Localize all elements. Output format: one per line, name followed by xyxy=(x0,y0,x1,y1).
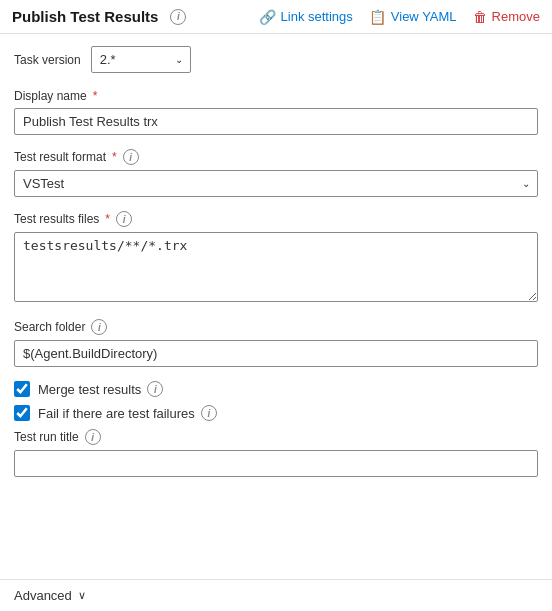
fail-if-test-failures-row: Fail if there are test failures i xyxy=(14,405,538,421)
test-run-title-input[interactable] xyxy=(14,450,538,477)
link-settings-button[interactable]: 🔗 Link settings xyxy=(259,9,353,25)
search-folder-input[interactable] xyxy=(14,340,538,367)
remove-label: Remove xyxy=(492,9,540,24)
test-result-format-label: Test result format * i xyxy=(14,149,538,165)
view-yaml-button[interactable]: 📋 View YAML xyxy=(369,9,457,25)
test-result-format-group: Test result format * i VSTest JUnit NUni… xyxy=(14,149,538,197)
content-area: Task version 2.* 1.* ⌄ Display name * Te… xyxy=(0,34,552,503)
fail-if-test-failures-label[interactable]: Fail if there are test failures i xyxy=(38,405,217,421)
task-version-select-wrapper: 2.* 1.* ⌄ xyxy=(91,46,191,73)
header-info-icon[interactable]: i xyxy=(170,9,186,25)
test-results-files-label: Test results files * i xyxy=(14,211,538,227)
header-actions: 🔗 Link settings 📋 View YAML 🗑 Remove xyxy=(259,9,540,25)
test-result-format-required: * xyxy=(112,150,117,164)
page-wrapper: Publish Test Results i 🔗 Link settings 📋… xyxy=(0,0,552,611)
test-result-format-select-wrapper: VSTest JUnit NUnit XUnit CTest ⌄ xyxy=(14,170,538,197)
test-results-files-group: Test results files * i testsresults/**/*… xyxy=(14,211,538,305)
search-folder-label: Search folder i xyxy=(14,319,538,335)
task-version-row: Task version 2.* 1.* ⌄ xyxy=(14,46,538,73)
search-folder-info-icon[interactable]: i xyxy=(91,319,107,335)
view-yaml-label: View YAML xyxy=(391,9,457,24)
search-folder-group: Search folder i xyxy=(14,319,538,367)
display-name-required: * xyxy=(93,89,98,103)
advanced-section[interactable]: Advanced ∨ xyxy=(0,579,552,611)
merge-test-results-row: Merge test results i xyxy=(14,381,538,397)
fail-if-test-failures-checkbox[interactable] xyxy=(14,405,30,421)
test-results-files-info-icon[interactable]: i xyxy=(116,211,132,227)
advanced-chevron-icon: ∨ xyxy=(78,589,86,602)
task-version-select[interactable]: 2.* 1.* xyxy=(91,46,191,73)
display-name-group: Display name * xyxy=(14,89,538,135)
view-yaml-icon: 📋 xyxy=(369,9,386,25)
merge-test-results-info-icon[interactable]: i xyxy=(147,381,163,397)
test-run-title-group: Test run title i xyxy=(14,429,538,477)
link-settings-icon: 🔗 xyxy=(259,9,276,25)
link-settings-label: Link settings xyxy=(281,9,353,24)
page-title: Publish Test Results xyxy=(12,8,158,25)
test-result-format-select[interactable]: VSTest JUnit NUnit XUnit CTest xyxy=(14,170,538,197)
test-results-files-textarea[interactable]: testsresults/**/*.trx xyxy=(14,232,538,302)
merge-test-results-label[interactable]: Merge test results i xyxy=(38,381,163,397)
test-result-format-info-icon[interactable]: i xyxy=(123,149,139,165)
header: Publish Test Results i 🔗 Link settings 📋… xyxy=(0,0,552,34)
task-version-label: Task version xyxy=(14,53,81,67)
test-run-title-info-icon[interactable]: i xyxy=(85,429,101,445)
test-results-files-required: * xyxy=(105,212,110,226)
display-name-input[interactable] xyxy=(14,108,538,135)
display-name-label: Display name * xyxy=(14,89,538,103)
remove-icon: 🗑 xyxy=(473,9,487,25)
fail-if-test-failures-info-icon[interactable]: i xyxy=(201,405,217,421)
advanced-label: Advanced xyxy=(14,588,72,603)
remove-button[interactable]: 🗑 Remove xyxy=(473,9,540,25)
merge-test-results-checkbox[interactable] xyxy=(14,381,30,397)
test-run-title-label: Test run title i xyxy=(14,429,538,445)
